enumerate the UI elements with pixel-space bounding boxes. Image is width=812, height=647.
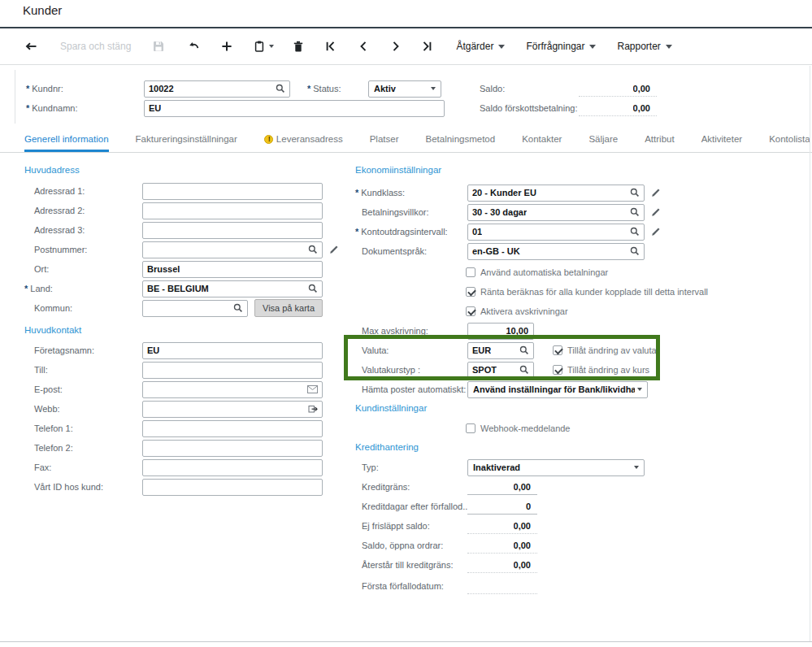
epost-input[interactable] [142, 381, 323, 398]
search-icon[interactable] [627, 188, 640, 198]
oppna-ordrar-row: Saldo, öppna ordrar: 0,00 [362, 536, 537, 554]
save-button[interactable] [152, 40, 165, 53]
typ-dropdown[interactable]: Inaktiverad [467, 459, 645, 476]
tab-attribut[interactable]: Attribut [645, 128, 674, 152]
kommun-input[interactable] [142, 300, 248, 317]
go-last-icon [420, 40, 433, 53]
webb-input[interactable] [142, 401, 323, 418]
betalningsvillkor-label: Betalningsvillkor: [362, 207, 467, 217]
search-icon[interactable] [305, 284, 318, 293]
tab-faktureringsinstallningar[interactable]: Faktureringsinställningar [136, 128, 237, 152]
clipboard-icon [253, 40, 266, 53]
kreditgrans-row: Kreditgräns: 0,00 [362, 478, 537, 496]
pencil-icon[interactable] [651, 207, 661, 217]
undo-button[interactable] [187, 40, 200, 53]
visa-pa-karta-button[interactable]: Visa på karta [254, 299, 323, 317]
arrow-left-icon [24, 40, 37, 53]
search-icon[interactable] [627, 227, 640, 237]
kontoutdrag-input[interactable]: 01 [467, 224, 645, 241]
avskrivningar-checkbox[interactable] [466, 306, 475, 316]
adressrad3-input[interactable] [142, 222, 323, 239]
pencil-icon[interactable] [651, 188, 661, 198]
tab-leveransadress[interactable]: Leveransadress [264, 128, 343, 152]
search-icon[interactable] [516, 365, 529, 375]
dokumentsprak-label: Dokumentspråk: [362, 246, 467, 256]
external-link-icon[interactable] [305, 404, 318, 414]
tillat-kurs-checkbox[interactable] [553, 365, 562, 375]
kreditgrans-value[interactable]: 0,00 [467, 479, 537, 495]
tab-saljare[interactable]: Säljare [588, 128, 618, 152]
save-and-close-button[interactable]: Spara och stäng [60, 41, 131, 52]
tab-aktiviteter[interactable]: Aktiviteter [701, 128, 743, 152]
valuta-input[interactable]: EUR [467, 342, 534, 359]
valutakurstyp-input[interactable]: SPOT [467, 362, 534, 379]
clipboard-menu-button[interactable] [253, 40, 274, 53]
dokumentsprak-input[interactable]: en-GB - UK [467, 243, 645, 260]
actions-menu[interactable]: Åtgärder [456, 41, 505, 52]
ranta-checkbox[interactable] [466, 287, 475, 297]
status-dropdown[interactable]: Aktiv [368, 80, 441, 98]
search-icon[interactable] [627, 207, 640, 217]
typ-row: Typ: Inaktiverad [362, 458, 645, 476]
postnummer-input[interactable] [142, 241, 323, 258]
hamta-poster-dropdown[interactable]: Använd inställningar för Bank/likvidhant… [467, 381, 648, 398]
telefon2-input[interactable] [142, 440, 323, 457]
forsta-forfallo-value [467, 578, 537, 594]
section-ekonomi: Ekonomiinställningar [355, 165, 441, 175]
fax-input[interactable] [142, 459, 323, 476]
tab-betalningsmetod[interactable]: Betalningsmetod [425, 128, 495, 152]
add-button[interactable] [220, 40, 233, 53]
summary-panel-border [15, 70, 15, 124]
add-icon [220, 40, 233, 53]
search-icon[interactable] [230, 303, 243, 313]
required-marker: * [26, 103, 29, 113]
telefon1-input[interactable] [142, 420, 323, 437]
adressrad3-label: Adressrad 3: [34, 225, 142, 235]
search-icon[interactable] [272, 84, 285, 93]
pencil-icon[interactable] [651, 227, 661, 237]
caret-down-icon [666, 45, 672, 49]
search-icon[interactable] [627, 246, 640, 256]
adressrad1-label: Adressrad 1: [34, 186, 142, 196]
adressrad1-input[interactable] [142, 183, 323, 200]
till-input[interactable] [142, 362, 323, 379]
search-icon[interactable] [305, 245, 318, 254]
tab-generell-information[interactable]: Generell information [24, 128, 109, 152]
kundnamn-label: *Kundnamn: [26, 103, 144, 113]
kreditdagar-value[interactable]: 0 [467, 498, 537, 515]
search-icon[interactable] [516, 345, 529, 355]
kundnr-input[interactable]: 10022 [144, 80, 290, 98]
fax-label: Fax: [34, 462, 142, 472]
tab-platser[interactable]: Platser [370, 128, 399, 152]
tab-kontakter[interactable]: Kontakter [522, 128, 562, 152]
go-next-button[interactable] [389, 40, 402, 53]
tab-kontolista[interactable]: Kontolista [769, 128, 810, 152]
kundnamn-input[interactable]: EU [144, 100, 445, 117]
webhook-checkbox[interactable] [466, 423, 475, 433]
go-prev-button[interactable] [357, 40, 370, 53]
foretagsnamn-input[interactable]: EU [142, 342, 323, 359]
pencil-icon[interactable] [329, 245, 339, 254]
delete-button[interactable] [292, 40, 305, 53]
envelope-icon[interactable] [304, 385, 318, 393]
adressrad2-row: Adressrad 2: [34, 202, 323, 219]
go-last-button[interactable] [420, 40, 433, 53]
land-input[interactable]: BE - BELGIUM [142, 280, 323, 297]
tillat-valuta-checkbox[interactable] [553, 345, 562, 355]
betalningsvillkor-row: Betalningsvillkor: 30 - 30 dagar [362, 203, 661, 221]
required-marker: * [307, 84, 310, 93]
adressrad2-input[interactable] [142, 202, 323, 219]
inquiries-menu[interactable]: Förfrågningar [526, 41, 596, 52]
section-huvudkontakt: Huvudkontakt [24, 325, 81, 335]
go-next-icon [389, 40, 402, 53]
back-button[interactable] [24, 40, 37, 53]
auto-betalningar-checkbox[interactable] [466, 267, 475, 277]
go-first-button[interactable] [324, 40, 337, 53]
vart-id-input[interactable] [142, 479, 323, 496]
avskrivningar-row: Aktivera avskrivningar [466, 302, 568, 320]
max-avskrivning-input[interactable]: 10,00 [467, 323, 534, 340]
kundklass-input[interactable]: 20 - Kunder EU [467, 185, 645, 202]
betalningsvillkor-input[interactable]: 30 - 30 dagar [467, 204, 645, 221]
ort-input[interactable]: Brussel [142, 261, 323, 278]
reports-menu[interactable]: Rapporter [617, 41, 671, 52]
